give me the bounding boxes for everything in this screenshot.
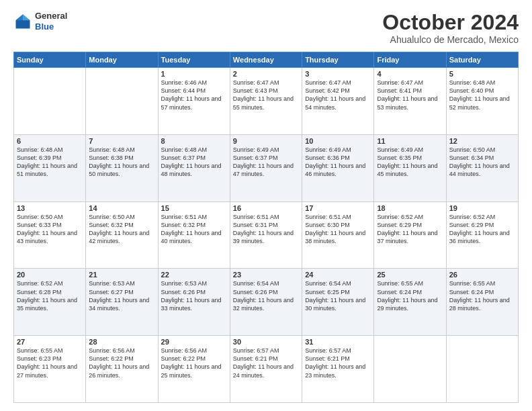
cell-info: Sunrise: 6:50 AMSunset: 6:34 PMDaylight:… — [449, 146, 515, 179]
cell-info: Sunrise: 6:52 AMSunset: 6:28 PMDaylight:… — [17, 279, 83, 312]
calendar-cell: 6Sunrise: 6:48 AMSunset: 6:39 PMDaylight… — [14, 134, 86, 201]
calendar-cell: 18Sunrise: 6:52 AMSunset: 6:29 PMDayligh… — [374, 201, 446, 269]
day-number: 5 — [449, 70, 515, 78]
day-number: 18 — [377, 204, 443, 212]
calendar-week-row: 27Sunrise: 6:55 AMSunset: 6:23 PMDayligh… — [14, 336, 519, 403]
calendar-cell — [374, 336, 446, 403]
logo-general: General — [35, 11, 67, 21]
cell-info: Sunrise: 6:54 AMSunset: 6:25 PMDaylight:… — [305, 279, 371, 312]
svg-marker-1 — [23, 14, 30, 20]
cell-info: Sunrise: 6:57 AMSunset: 6:21 PMDaylight:… — [305, 347, 371, 379]
calendar-cell: 30Sunrise: 6:57 AMSunset: 6:21 PMDayligh… — [230, 336, 302, 403]
cell-info: Sunrise: 6:55 AMSunset: 6:24 PMDaylight:… — [449, 279, 515, 312]
day-number: 11 — [377, 137, 443, 145]
day-number: 8 — [161, 137, 227, 145]
cell-info: Sunrise: 6:57 AMSunset: 6:21 PMDaylight:… — [233, 347, 299, 379]
cell-info: Sunrise: 6:50 AMSunset: 6:33 PMDaylight:… — [17, 213, 83, 246]
cell-info: Sunrise: 6:51 AMSunset: 6:32 PMDaylight:… — [161, 213, 227, 246]
day-of-week-header: Tuesday — [158, 52, 230, 68]
calendar-cell: 21Sunrise: 6:53 AMSunset: 6:27 PMDayligh… — [86, 269, 158, 336]
header: General Blue October 2024 Ahualulco de M… — [13, 11, 519, 45]
calendar-cell: 2Sunrise: 6:47 AMSunset: 6:43 PMDaylight… — [230, 68, 302, 135]
calendar-cell: 27Sunrise: 6:55 AMSunset: 6:23 PMDayligh… — [14, 336, 86, 403]
calendar-cell: 12Sunrise: 6:50 AMSunset: 6:34 PMDayligh… — [446, 134, 518, 201]
day-number: 15 — [161, 204, 227, 212]
calendar-cell: 23Sunrise: 6:54 AMSunset: 6:26 PMDayligh… — [230, 269, 302, 336]
cell-info: Sunrise: 6:49 AMSunset: 6:37 PMDaylight:… — [233, 146, 299, 179]
day-number: 24 — [305, 271, 371, 279]
cell-info: Sunrise: 6:48 AMSunset: 6:37 PMDaylight:… — [161, 146, 227, 179]
cell-info: Sunrise: 6:53 AMSunset: 6:27 PMDaylight:… — [89, 279, 154, 312]
day-of-week-header: Saturday — [446, 52, 518, 68]
day-number: 13 — [17, 204, 83, 212]
day-number: 9 — [233, 137, 299, 145]
cell-info: Sunrise: 6:50 AMSunset: 6:32 PMDaylight:… — [89, 213, 154, 246]
calendar-cell: 11Sunrise: 6:49 AMSunset: 6:35 PMDayligh… — [374, 134, 446, 201]
cell-info: Sunrise: 6:55 AMSunset: 6:23 PMDaylight:… — [17, 347, 83, 379]
calendar-cell: 22Sunrise: 6:53 AMSunset: 6:26 PMDayligh… — [158, 269, 230, 336]
calendar-cell: 20Sunrise: 6:52 AMSunset: 6:28 PMDayligh… — [14, 269, 86, 336]
logo: General Blue — [13, 11, 67, 32]
cell-info: Sunrise: 6:47 AMSunset: 6:43 PMDaylight:… — [233, 79, 299, 111]
calendar-cell: 31Sunrise: 6:57 AMSunset: 6:21 PMDayligh… — [302, 336, 374, 403]
month-title: October 2024 — [382, 11, 519, 34]
day-number: 30 — [233, 338, 299, 346]
cell-info: Sunrise: 6:48 AMSunset: 6:39 PMDaylight:… — [17, 146, 83, 179]
cell-info: Sunrise: 6:47 AMSunset: 6:41 PMDaylight:… — [377, 79, 443, 111]
location: Ahualulco de Mercado, Mexico — [382, 34, 519, 45]
day-of-week-header: Friday — [374, 52, 446, 68]
day-number: 28 — [89, 338, 154, 346]
day-number: 27 — [17, 338, 83, 346]
day-number: 31 — [305, 338, 371, 346]
day-number: 6 — [17, 137, 83, 145]
calendar-cell: 16Sunrise: 6:51 AMSunset: 6:31 PMDayligh… — [230, 201, 302, 269]
day-of-week-header: Thursday — [302, 52, 374, 68]
calendar-cell: 10Sunrise: 6:49 AMSunset: 6:36 PMDayligh… — [302, 134, 374, 201]
day-number: 26 — [449, 271, 515, 279]
cell-info: Sunrise: 6:51 AMSunset: 6:30 PMDaylight:… — [305, 213, 371, 246]
day-number: 16 — [233, 204, 299, 212]
cell-info: Sunrise: 6:48 AMSunset: 6:38 PMDaylight:… — [89, 146, 154, 179]
title-block: October 2024 Ahualulco de Mercado, Mexic… — [382, 11, 519, 45]
calendar-table: SundayMondayTuesdayWednesdayThursdayFrid… — [13, 52, 519, 403]
cell-info: Sunrise: 6:53 AMSunset: 6:26 PMDaylight:… — [161, 279, 227, 312]
day-number: 10 — [305, 137, 371, 145]
day-number: 25 — [377, 271, 443, 279]
calendar-week-row: 13Sunrise: 6:50 AMSunset: 6:33 PMDayligh… — [14, 201, 519, 269]
day-number: 20 — [17, 271, 83, 279]
cell-info: Sunrise: 6:48 AMSunset: 6:40 PMDaylight:… — [449, 79, 515, 111]
cell-info: Sunrise: 6:52 AMSunset: 6:29 PMDaylight:… — [377, 213, 443, 246]
calendar-cell: 13Sunrise: 6:50 AMSunset: 6:33 PMDayligh… — [14, 201, 86, 269]
cell-info: Sunrise: 6:56 AMSunset: 6:22 PMDaylight:… — [161, 347, 227, 379]
day-number: 17 — [305, 204, 371, 212]
calendar-week-row: 1Sunrise: 6:46 AMSunset: 6:44 PMDaylight… — [14, 68, 519, 135]
logo-text: General Blue — [35, 11, 67, 32]
calendar-cell: 8Sunrise: 6:48 AMSunset: 6:37 PMDaylight… — [158, 134, 230, 201]
day-number: 1 — [161, 70, 227, 78]
day-number: 4 — [377, 70, 443, 78]
calendar-cell: 19Sunrise: 6:52 AMSunset: 6:29 PMDayligh… — [446, 201, 518, 269]
calendar-cell: 9Sunrise: 6:49 AMSunset: 6:37 PMDaylight… — [230, 134, 302, 201]
cell-info: Sunrise: 6:49 AMSunset: 6:36 PMDaylight:… — [305, 146, 371, 179]
cell-info: Sunrise: 6:47 AMSunset: 6:42 PMDaylight:… — [305, 79, 371, 111]
calendar-header-row: SundayMondayTuesdayWednesdayThursdayFrid… — [14, 52, 519, 68]
day-number: 14 — [89, 204, 154, 212]
calendar-cell: 26Sunrise: 6:55 AMSunset: 6:24 PMDayligh… — [446, 269, 518, 336]
logo-icon — [13, 12, 32, 31]
cell-info: Sunrise: 6:49 AMSunset: 6:35 PMDaylight:… — [377, 146, 443, 179]
calendar-cell: 14Sunrise: 6:50 AMSunset: 6:32 PMDayligh… — [86, 201, 158, 269]
calendar-cell — [14, 68, 86, 135]
calendar-cell: 7Sunrise: 6:48 AMSunset: 6:38 PMDaylight… — [86, 134, 158, 201]
cell-info: Sunrise: 6:46 AMSunset: 6:44 PMDaylight:… — [161, 79, 227, 111]
calendar-cell: 29Sunrise: 6:56 AMSunset: 6:22 PMDayligh… — [158, 336, 230, 403]
calendar-cell: 3Sunrise: 6:47 AMSunset: 6:42 PMDaylight… — [302, 68, 374, 135]
logo-blue: Blue — [35, 21, 67, 32]
calendar-cell: 5Sunrise: 6:48 AMSunset: 6:40 PMDaylight… — [446, 68, 518, 135]
calendar-cell — [86, 68, 158, 135]
day-number: 29 — [161, 338, 227, 346]
day-number: 7 — [89, 137, 154, 145]
day-of-week-header: Sunday — [14, 52, 86, 68]
cell-info: Sunrise: 6:56 AMSunset: 6:22 PMDaylight:… — [89, 347, 154, 379]
day-number: 21 — [89, 271, 154, 279]
day-number: 19 — [449, 204, 515, 212]
